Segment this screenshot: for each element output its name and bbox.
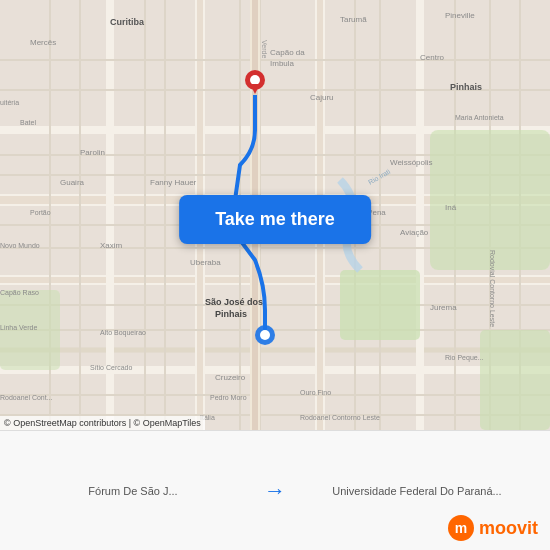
svg-text:Fanny Hauer: Fanny Hauer — [150, 178, 197, 187]
svg-text:m: m — [455, 520, 467, 536]
route-to: Universidade Federal Do Paraná... — [296, 485, 538, 497]
svg-text:Parolin: Parolin — [80, 148, 105, 157]
bottom-bar: Fórum De São J... → Universidade Federal… — [0, 430, 550, 550]
moovit-logo: m moovit — [447, 514, 538, 542]
take-me-there-button[interactable]: Take me there — [179, 195, 371, 244]
svg-text:Sítio Cercado: Sítio Cercado — [90, 364, 133, 371]
svg-text:Capão da: Capão da — [270, 48, 305, 57]
moovit-icon: m — [447, 514, 475, 542]
svg-text:Xaxim: Xaxim — [100, 241, 123, 250]
svg-text:Pinhais: Pinhais — [215, 309, 247, 319]
svg-text:Uberaba: Uberaba — [190, 258, 221, 267]
route-arrow-icon: → — [264, 478, 286, 504]
route-to-label: Universidade Federal Do Paraná... — [332, 485, 501, 497]
moovit-brand-text: moovit — [479, 518, 538, 539]
svg-text:Rio Peque...: Rio Peque... — [445, 354, 484, 362]
svg-text:Tarumã: Tarumã — [340, 15, 367, 24]
svg-text:Pineville: Pineville — [445, 11, 475, 20]
svg-text:Cruzeiro: Cruzeiro — [215, 373, 246, 382]
svg-text:Centro: Centro — [420, 53, 445, 62]
svg-text:Jurema: Jurema — [430, 303, 457, 312]
svg-text:Guaira: Guaira — [60, 178, 85, 187]
svg-text:Curitiba: Curitiba — [110, 17, 145, 27]
route-from: Fórum De São J... — [12, 485, 254, 497]
svg-text:Iná: Iná — [445, 203, 457, 212]
svg-text:Imbula: Imbula — [270, 59, 295, 68]
svg-text:Pedro Moro: Pedro Moro — [210, 394, 247, 401]
svg-text:Rodovial Contorno Leste: Rodovial Contorno Leste — [489, 250, 496, 327]
map-container: Mercês Curitiba Tarumã Pineville Centro … — [0, 0, 550, 430]
svg-text:Cajuru: Cajuru — [310, 93, 334, 102]
svg-text:Alto Boqueirao: Alto Boqueirao — [100, 329, 146, 337]
svg-text:Maria Antonieta: Maria Antonieta — [455, 114, 504, 121]
route-from-label: Fórum De São J... — [88, 485, 177, 497]
svg-rect-40 — [480, 330, 550, 430]
svg-text:uitéria: uitéria — [0, 99, 19, 106]
svg-text:Novo Mundo: Novo Mundo — [0, 242, 40, 249]
svg-text:Portão: Portão — [30, 209, 51, 216]
svg-text:Pinhais: Pinhais — [450, 82, 482, 92]
map-attribution: © OpenStreetMap contributors | © OpenMap… — [0, 416, 205, 430]
svg-text:Ouro Fino: Ouro Fino — [300, 389, 331, 396]
svg-rect-37 — [340, 270, 420, 340]
svg-text:Rodoanel Contorno Leste: Rodoanel Contorno Leste — [300, 414, 380, 421]
svg-text:Rodoanel Cont...: Rodoanel Cont... — [0, 394, 53, 401]
svg-point-84 — [260, 330, 270, 340]
svg-text:Aviação: Aviação — [400, 228, 429, 237]
svg-text:São José dos: São José dos — [205, 297, 263, 307]
arrow-container: → — [254, 478, 296, 504]
svg-rect-38 — [430, 130, 550, 270]
svg-text:Linha Verde: Linha Verde — [0, 324, 37, 331]
svg-text:Capão Raso: Capão Raso — [0, 289, 39, 297]
app: Mercês Curitiba Tarumã Pineville Centro … — [0, 0, 550, 550]
svg-text:Weissópolis: Weissópolis — [390, 158, 433, 167]
button-overlay: Take me there — [179, 195, 371, 244]
svg-text:Mercês: Mercês — [30, 38, 56, 47]
svg-text:Verde: Verde — [261, 40, 268, 58]
svg-text:Batel: Batel — [20, 119, 36, 126]
svg-point-81 — [250, 75, 260, 85]
